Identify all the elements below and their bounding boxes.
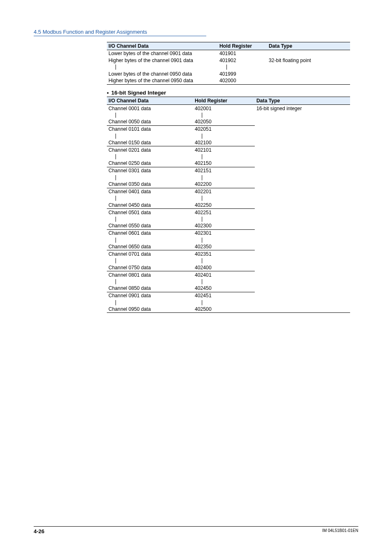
- table-row: Channel 0901 data402451: [107, 292, 350, 299]
- document-code: IM 04L51B01-01EN: [322, 528, 358, 533]
- cell-ellipsis: |: [193, 257, 255, 264]
- cell-type: [255, 195, 350, 201]
- cell-ellipsis: |: [193, 299, 255, 306]
- cell-type: 16-bit signed integer: [255, 105, 350, 112]
- table-row: Channel 0501 data402251: [107, 209, 350, 216]
- cell-ellipsis: |: [218, 64, 267, 70]
- cell-type: [255, 299, 350, 306]
- table-row: ||: [107, 257, 350, 264]
- cell-register: 402450: [193, 285, 255, 292]
- cell-type: [267, 64, 350, 70]
- cell-type: [255, 146, 350, 153]
- cell-type: [255, 216, 350, 222]
- cell-type: [255, 125, 350, 132]
- cell-type: [255, 174, 350, 181]
- cell-type: [255, 243, 350, 250]
- cell-channel: Channel 0101 data: [107, 125, 193, 132]
- col-data-type: Data Type: [255, 97, 350, 104]
- cell-ellipsis: |: [193, 216, 255, 222]
- table-row: Channel 0950 data402500: [107, 306, 350, 313]
- cell-type: [255, 306, 350, 313]
- table-row: Higher bytes of the channel 0901 data 40…: [107, 57, 350, 64]
- cell-register: 401902: [218, 57, 267, 64]
- cell-ellipsis: |: [193, 133, 255, 139]
- cell-type: [255, 181, 350, 188]
- cell-type: [255, 222, 350, 229]
- cell-register: 402150: [193, 160, 255, 167]
- col-hold-register: Hold Register: [218, 42, 267, 50]
- cell-channel: Channel 0150 data: [107, 139, 193, 146]
- table-row: Lower bytes of the channel 0950 data 401…: [107, 71, 350, 77]
- cell-register: 401901: [218, 50, 267, 57]
- table-row: ||: [107, 195, 350, 201]
- table-row: Channel 0150 data402100: [107, 139, 350, 146]
- table-row: Channel 0201 data402101: [107, 146, 350, 153]
- page-footer: 4-26 IM 04L51B01-01EN: [34, 526, 358, 534]
- table-row: Channel 0801 data402401: [107, 271, 350, 278]
- col-data-type: Data Type: [267, 42, 350, 50]
- cell-type: [255, 292, 350, 299]
- cell-register: 401999: [218, 71, 267, 77]
- table-row: Channel 0450 data402250: [107, 202, 350, 209]
- cell-channel: Channel 0350 data: [107, 181, 193, 188]
- cell-channel: Channel 0901 data: [107, 292, 193, 299]
- table-row: Channel 0850 data402450: [107, 285, 350, 292]
- subheading-text: 16-bit Signed Integer: [111, 90, 166, 96]
- section-header: 4.5 Modbus Function and Register Assignm…: [34, 29, 206, 36]
- table-row: Channel 0001 data40200116-bit signed int…: [107, 105, 350, 112]
- table-row: ||: [107, 278, 350, 285]
- cell-channel: Channel 0601 data: [107, 229, 193, 236]
- cell-register: 402100: [193, 139, 255, 146]
- cell-ellipsis: |: [107, 278, 193, 285]
- cell-type: [255, 133, 350, 139]
- cell-register: 402351: [193, 250, 255, 257]
- cell-register: 402200: [193, 181, 255, 188]
- cell-type: [255, 188, 350, 195]
- cell-ellipsis: |: [107, 112, 193, 118]
- cell-type: [255, 278, 350, 285]
- cell-ellipsis: |: [193, 153, 255, 160]
- io-channel-table-1: I/O Channel Data Hold Register Data Type…: [107, 42, 350, 85]
- cell-channel: Lower bytes of the channel 0950 data: [107, 71, 218, 77]
- cell-ellipsis: |: [193, 237, 255, 243]
- cell-channel: Channel 0301 data: [107, 167, 193, 174]
- col-hold-register: Hold Register: [193, 97, 255, 104]
- cell-ellipsis: |: [107, 257, 193, 264]
- cell-type: [255, 118, 350, 125]
- cell-type: [255, 264, 350, 271]
- cell-channel: Channel 0250 data: [107, 160, 193, 167]
- cell-register: 402300: [193, 222, 255, 229]
- table-row: Channel 0601 data402301: [107, 229, 350, 236]
- table-row: Channel 0650 data402350: [107, 243, 350, 250]
- table-row: ||: [107, 153, 350, 160]
- table-row: Channel 0050 data402050: [107, 118, 350, 125]
- cell-ellipsis: |: [107, 153, 193, 160]
- cell-register: 402500: [193, 306, 255, 313]
- cell-ellipsis: |: [193, 112, 255, 118]
- cell-ellipsis: |: [193, 174, 255, 181]
- cell-register: 402050: [193, 118, 255, 125]
- table-row: Channel 0250 data402150: [107, 160, 350, 167]
- cell-ellipsis: |: [107, 64, 218, 70]
- cell-type: [255, 202, 350, 209]
- cell-ellipsis: |: [107, 299, 193, 306]
- cell-type: [255, 167, 350, 174]
- cell-channel: Channel 0450 data: [107, 202, 193, 209]
- table-row: ||: [107, 237, 350, 243]
- cell-channel: Channel 0701 data: [107, 250, 193, 257]
- cell-type: [267, 77, 350, 84]
- cell-register: 402051: [193, 125, 255, 132]
- cell-type: [255, 250, 350, 257]
- cell-register: 402201: [193, 188, 255, 195]
- cell-type: [255, 285, 350, 292]
- cell-channel: Channel 0950 data: [107, 306, 193, 313]
- cell-ellipsis: |: [107, 195, 193, 201]
- cell-type: [255, 229, 350, 236]
- table-row: Channel 0701 data402351: [107, 250, 350, 257]
- cell-ellipsis: |: [107, 174, 193, 181]
- table-header-row: I/O Channel Data Hold Register Data Type: [107, 97, 350, 104]
- cell-type: [255, 160, 350, 167]
- cell-register: 402301: [193, 229, 255, 236]
- cell-register: 402151: [193, 167, 255, 174]
- col-io-channel-data: I/O Channel Data: [107, 42, 218, 50]
